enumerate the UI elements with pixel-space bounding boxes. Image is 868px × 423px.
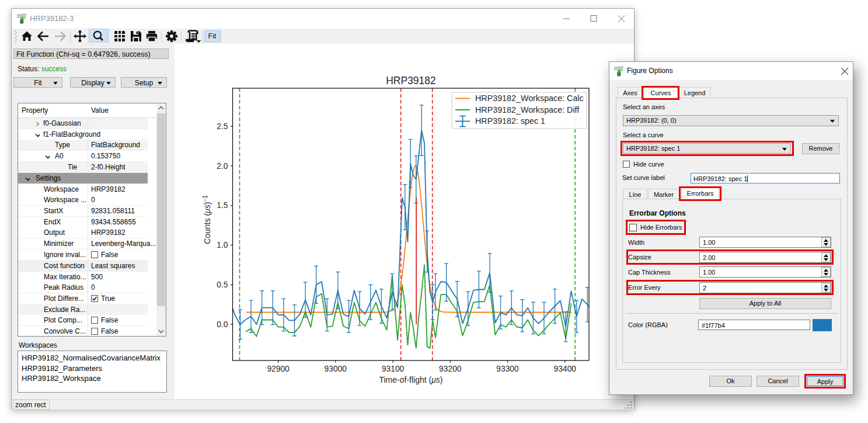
svg-text:93100: 93100 [382, 365, 405, 373]
svg-text:0.5: 0.5 [217, 280, 228, 289]
svg-text:HRP39182_Workspace: Calc: HRP39182_Workspace: Calc [475, 93, 584, 103]
svg-text:2.5: 2.5 [217, 122, 228, 131]
svg-text:93200: 93200 [439, 365, 462, 373]
svg-text:HRP39182: HRP39182 [386, 75, 436, 86]
svg-text:1.5: 1.5 [217, 201, 228, 210]
svg-text:Fit: Fit [208, 32, 217, 40]
svg-text:1.0: 1.0 [217, 241, 228, 249]
svg-text:2.0: 2.0 [217, 162, 228, 171]
svg-text:93400: 93400 [554, 365, 577, 373]
svg-text:Counts (μs)−1: Counts (μs)−1 [202, 195, 212, 244]
svg-text:93000: 93000 [325, 365, 347, 373]
svg-text:Time-of-flight (μs): Time-of-flight (μs) [379, 375, 442, 384]
svg-text:0.0: 0.0 [217, 320, 228, 329]
svg-text:92900: 92900 [267, 365, 290, 373]
svg-text:HRP39182_Workspace: Diff: HRP39182_Workspace: Diff [475, 105, 579, 115]
svg-text:93300: 93300 [496, 365, 519, 373]
svg-text:HRP39182: spec 1: HRP39182: spec 1 [475, 116, 545, 126]
